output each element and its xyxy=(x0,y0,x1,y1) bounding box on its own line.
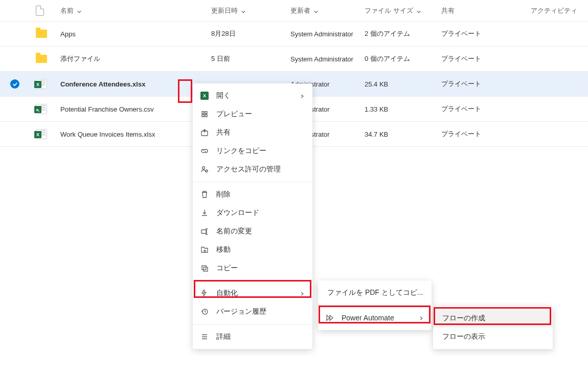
file-size: 2 個のアイテム xyxy=(365,29,441,38)
file-size: 34.7 KB xyxy=(365,131,441,138)
file-sharing: プライベート xyxy=(441,29,531,38)
menu-item-manage-permissions[interactable]: アクセス許可の管理 xyxy=(193,160,312,179)
menu-item-label: フローの表示 xyxy=(442,332,546,341)
csv-file-icon xyxy=(36,104,47,114)
svg-rect-4 xyxy=(202,266,206,270)
menu-item-label: リンクをコピー xyxy=(216,146,305,156)
column-header-name[interactable]: 名前 xyxy=(60,6,211,15)
menu-item-label: コピー xyxy=(216,264,305,273)
chevron-right-icon xyxy=(300,92,305,100)
file-row[interactable]: 添付ファイル5 日前System Administrator0 個のアイテムプラ… xyxy=(0,47,588,72)
chevron-down-icon xyxy=(416,8,421,13)
column-header-modified-label: 更新日時 xyxy=(211,6,238,15)
menu-item-pdf-copy[interactable]: ファイルを PDF としてコピ... xyxy=(318,284,432,302)
move-icon xyxy=(200,245,209,254)
menu-item-version-history[interactable]: バージョン履歴 xyxy=(193,302,312,321)
menu-item-automate[interactable]: 自動化 xyxy=(193,284,312,302)
chevron-down-icon xyxy=(241,8,246,13)
column-header-sharing-label: 共有 xyxy=(441,6,455,15)
menu-separator xyxy=(193,324,312,324)
chevron-right-icon xyxy=(300,289,305,297)
excel-file-icon xyxy=(36,79,47,89)
file-modified-date: 8月28日 xyxy=(211,29,290,38)
column-header-size[interactable]: ファイル サイズ xyxy=(365,6,441,15)
menu-item-create-flow[interactable]: フローの作成 xyxy=(433,309,553,328)
file-name[interactable]: 添付ファイル xyxy=(60,54,100,63)
folder-icon xyxy=(36,30,47,38)
file-modified-by: System Administrator xyxy=(290,30,365,38)
menu-item-label: プレビュー xyxy=(216,110,305,119)
menu-item-download[interactable]: ダウンロード xyxy=(193,204,312,222)
menu-item-label: アクセス許可の管理 xyxy=(216,165,305,174)
share-icon xyxy=(200,128,209,137)
column-header-activity[interactable]: アクティビティ xyxy=(531,6,588,15)
menu-item-label: 開く xyxy=(216,91,293,100)
download-icon xyxy=(200,208,209,218)
menu-separator xyxy=(193,182,312,182)
menu-item-share[interactable]: 共有 xyxy=(193,123,312,142)
menu-item-details[interactable]: 詳細 xyxy=(193,328,312,346)
automate-submenu: ファイルを PDF としてコピ... Power Automate xyxy=(318,280,432,330)
folder-icon xyxy=(36,55,47,63)
menu-item-label: ファイルを PDF としてコピ... xyxy=(327,288,424,297)
menu-item-label: Power Automate xyxy=(342,314,412,322)
svg-point-2 xyxy=(206,170,208,172)
column-header-modified[interactable]: 更新日時 xyxy=(211,6,290,15)
link-icon xyxy=(200,146,209,156)
menu-item-open[interactable]: X 開く xyxy=(193,86,312,105)
column-header-size-label: ファイル サイズ xyxy=(365,6,413,15)
power-automate-icon xyxy=(325,313,334,322)
menu-item-delete[interactable]: 削除 xyxy=(193,185,312,204)
file-modified-by: System Administrator xyxy=(290,55,365,63)
menu-item-label: 削除 xyxy=(216,190,305,199)
file-sharing: プライベート xyxy=(441,129,531,139)
file-name[interactable]: Work Queue Invoices Items.xlsx xyxy=(60,131,155,138)
copy-icon xyxy=(200,264,209,273)
file-name[interactable]: Conference Attendees.xlsx xyxy=(60,80,145,88)
menu-item-copy-link[interactable]: リンクをコピー xyxy=(193,142,312,160)
column-header-sharing[interactable]: 共有 xyxy=(441,6,531,15)
automate-icon xyxy=(200,289,209,298)
menu-item-preview[interactable]: プレビュー xyxy=(193,105,312,123)
file-context-menu: X 開く プレビュー 共有 リンクをコピー アクセス許可の管理 削除 ダウンロー… xyxy=(193,83,312,349)
delete-icon xyxy=(200,190,209,199)
svg-rect-5 xyxy=(203,267,208,271)
chevron-down-icon xyxy=(313,8,319,13)
column-header-activity-label: アクティビティ xyxy=(531,6,577,15)
menu-separator xyxy=(318,305,432,306)
menu-item-label: 名前の変更 xyxy=(216,227,305,236)
column-header-name-label: 名前 xyxy=(60,6,74,15)
file-type-column-icon xyxy=(36,6,44,16)
svg-point-1 xyxy=(202,167,205,169)
menu-item-label: 詳細 xyxy=(216,332,305,341)
menu-item-view-flows[interactable]: フローの表示 xyxy=(433,328,553,346)
menu-item-label: 共有 xyxy=(216,128,305,137)
menu-item-rename[interactable]: 名前の変更 xyxy=(193,222,312,241)
menu-item-copy[interactable]: コピー xyxy=(193,259,312,277)
history-icon xyxy=(200,307,209,316)
menu-separator xyxy=(193,280,312,281)
menu-item-label: バージョン履歴 xyxy=(216,307,305,316)
menu-item-label: 移動 xyxy=(216,245,305,254)
file-size: 1.33 KB xyxy=(365,105,441,113)
power-automate-submenu: フローの作成 フローの表示 xyxy=(433,306,553,349)
menu-item-power-automate[interactable]: Power Automate xyxy=(318,309,432,327)
file-name[interactable]: Apps xyxy=(60,30,76,38)
file-name[interactable]: Potential Franchise Owners.csv xyxy=(60,105,154,113)
chevron-right-icon xyxy=(419,314,424,322)
menu-item-label: 自動化 xyxy=(216,289,293,298)
selected-check-icon[interactable] xyxy=(10,79,19,89)
preview-icon xyxy=(200,110,209,119)
file-row[interactable]: Apps8月28日System Administrator2 個のアイテムプライ… xyxy=(0,21,588,47)
permissions-icon xyxy=(200,165,209,174)
menu-item-label: フローの作成 xyxy=(442,314,546,323)
file-sharing: プライベート xyxy=(441,104,531,114)
file-list-header: 名前 更新日時 更新者 ファイル サイズ 共有 アクティビティ xyxy=(0,0,588,21)
details-icon xyxy=(200,332,209,341)
column-header-modified-by[interactable]: 更新者 xyxy=(290,6,365,15)
file-sharing: プライベート xyxy=(441,79,531,89)
file-sharing: プライベート xyxy=(441,54,531,63)
column-header-modified-by-label: 更新者 xyxy=(290,6,310,15)
file-size: 0 個のアイテム xyxy=(365,54,441,63)
menu-item-move[interactable]: 移動 xyxy=(193,241,312,259)
